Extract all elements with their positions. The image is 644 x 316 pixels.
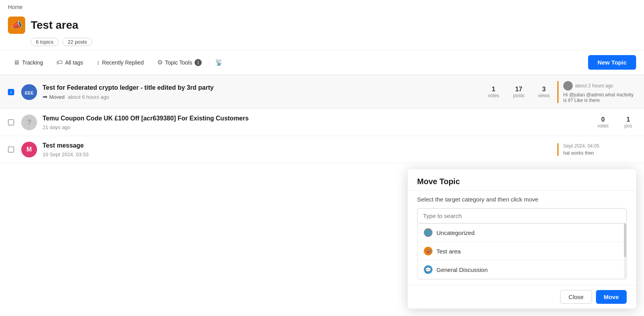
topic-checkbox[interactable]: ✓ [8,89,14,95]
posts-stat: 1 pos [620,116,636,129]
posts-stat: 17 posts [511,86,527,98]
page-header: 📣 Test area [0,10,644,36]
topic-title[interactable]: Test message [43,142,546,150]
tags-icon: 🏷 [56,59,63,66]
avatar: M [21,142,37,157]
rss-button[interactable]: 📡 [210,56,228,69]
topic-checkbox-area [8,146,16,153]
new-topic-button[interactable]: New Topic [588,55,636,70]
moved-badge: ➡ Moved [43,93,65,100]
topic-checkbox[interactable] [8,146,14,153]
topic-stats: 1 votes 17 posts 3 views [486,86,552,98]
breadcrumb: Home [0,0,644,10]
topic-stats: 0 votes 1 pos [595,116,636,129]
gear-icon: ⚙ [157,59,163,66]
topic-checkbox-area: ✓ [8,89,16,95]
votes-stat: 0 votes [595,116,611,129]
last-poster-avatar [563,81,573,91]
topic-main: Test message 10 Sept 2024, 03:53 [43,142,546,157]
posts-count-badge: 22 posts [63,38,92,46]
topic-tools-badge: 1 [195,59,202,66]
topic-title[interactable]: Temu Coupon Code UK £100 Off [acr639380]… [43,115,590,123]
topic-last-post: Sept 2024, 04:05 hat works then [557,143,636,156]
topic-last-post: about 2 hours ago Hi @julian @admin,what… [557,81,636,103]
topic-tools-button[interactable]: ⚙ Topic Tools 1 [152,56,207,69]
category-icon: 📣 [8,17,25,34]
topic-main: Temu Coupon Code UK £100 Off [acr639380]… [43,115,590,130]
topic-checkbox-area [8,119,16,126]
sort-icon: ↕ [97,59,100,66]
topics-count-badge: 6 topics [31,38,59,46]
topic-main: Test for Federated crypto ledger - title… [43,84,480,101]
topic-list: ✓ EEE Test for Federated crypto ledger -… [0,76,644,163]
toolbar: 🖥 Tracking 🏷 All tags ↕ Recently Replied… [0,50,644,75]
avatar: ? [21,115,37,130]
table-row: M Test message 10 Sept 2024, 03:53 Sept … [0,136,644,163]
rss-icon: 📡 [215,59,223,66]
tracking-button[interactable]: 🖥 Tracking [8,56,48,69]
topic-meta: ➡ Moved about 6 hours ago [43,93,480,100]
table-row: ? Temu Coupon Code UK £100 Off [acr63938… [0,109,644,136]
votes-stat: 1 votes [486,86,501,98]
topic-meta: 10 Sept 2024, 03:53 [43,152,546,157]
views-stat: 3 views [536,86,552,98]
page-title: Test area [31,19,78,31]
table-row: ✓ EEE Test for Federated crypto ledger -… [0,76,644,109]
avatar: EEE [21,84,37,100]
topic-title[interactable]: Test for Federated crypto ledger - title… [43,84,480,92]
all-tags-button[interactable]: 🏷 All tags [51,56,89,69]
page-meta: 6 topics 22 posts [0,36,644,50]
svg-text:EEE: EEE [25,91,33,95]
recently-replied-button[interactable]: ↕ Recently Replied [91,56,149,69]
topic-checkbox[interactable] [8,119,14,126]
tracking-icon: 🖥 [13,59,20,66]
topic-meta: 21 days ago [43,124,590,130]
